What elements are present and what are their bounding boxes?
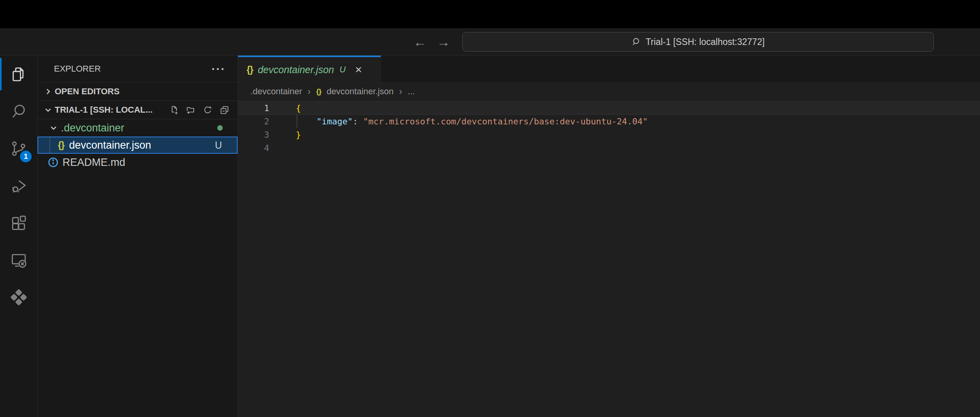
more-actions-icon[interactable] xyxy=(211,66,224,72)
breadcrumb-folder[interactable]: .devcontainer xyxy=(250,86,302,97)
search-view-icon[interactable] xyxy=(0,93,37,130)
source-control-badge: 1 xyxy=(20,151,32,162)
open-editors-label: OPEN EDITORS xyxy=(55,86,120,97)
chevron-right-icon: › xyxy=(308,86,311,97)
tree-item-devcontainer-json[interactable]: {} devcontainer.json U xyxy=(38,137,238,154)
open-editors-section[interactable]: OPEN EDITORS xyxy=(38,82,238,101)
code-token: { xyxy=(296,103,301,113)
code-line-1: 1 { xyxy=(238,101,980,115)
breadcrumb: .devcontainer › {} devcontainer.json › .… xyxy=(238,83,980,101)
code-editor[interactable]: 1 { 2 "image": "mcr.microsoft.com/devcon… xyxy=(238,101,980,417)
command-center-search[interactable]: Trial-1 [SSH: localhost:32772] xyxy=(462,32,934,52)
close-icon[interactable]: × xyxy=(355,64,362,75)
breadcrumb-file[interactable]: devcontainer.json xyxy=(327,86,393,97)
tab-modified-badge: U xyxy=(340,65,346,75)
code-token: } xyxy=(296,130,301,140)
file-name: devcontainer.json xyxy=(69,139,151,151)
explorer-icon[interactable] xyxy=(0,56,37,93)
remote-targets-icon[interactable] xyxy=(0,279,37,316)
run-debug-icon[interactable] xyxy=(0,167,37,204)
activity-bar: 1 xyxy=(0,56,38,417)
line-number: 2 xyxy=(238,117,269,126)
code-line-2: 2 "image": "mcr.microsoft.com/devcontain… xyxy=(238,115,980,128)
window-title: Trial-1 [SSH: localhost:32772] xyxy=(646,37,765,47)
modified-dot-badge xyxy=(217,125,223,131)
chevron-right-icon: › xyxy=(399,86,402,97)
code-indent xyxy=(296,117,317,126)
code-line-3: 3 } xyxy=(238,128,980,141)
line-number: 3 xyxy=(238,130,269,140)
tree-item-readme[interactable]: README.md xyxy=(38,154,238,171)
extensions-icon[interactable] xyxy=(0,204,37,241)
json-file-icon: {} xyxy=(316,87,321,96)
tab-label: devcontainer.json xyxy=(258,64,334,75)
tab-devcontainer-json[interactable]: {} devcontainer.json U × xyxy=(238,56,381,82)
collapse-folders-icon[interactable] xyxy=(219,105,230,115)
refresh-icon[interactable] xyxy=(202,105,213,115)
indent-guide xyxy=(50,137,50,153)
workspace-label: TRIAL-1 [SSH: LOCAL... xyxy=(55,105,153,115)
folder-name: .devcontainer xyxy=(61,122,124,134)
new-file-icon[interactable] xyxy=(169,105,179,115)
nav-forward-icon[interactable]: → xyxy=(437,35,450,49)
info-icon xyxy=(48,157,59,168)
git-untracked-badge: U xyxy=(215,140,222,151)
tab-bar: {} devcontainer.json U × xyxy=(238,56,980,83)
json-file-icon: {} xyxy=(247,64,253,75)
workspace-section[interactable]: TRIAL-1 [SSH: LOCAL... xyxy=(38,101,238,119)
file-name: README.md xyxy=(63,156,125,169)
macos-menubar-area xyxy=(0,0,980,28)
search-icon xyxy=(631,37,642,47)
sidebar-title: EXPLORER xyxy=(54,64,101,74)
line-number: 4 xyxy=(238,143,269,153)
line-number: 1 xyxy=(238,103,269,113)
tree-item-devcontainer-folder[interactable]: .devcontainer xyxy=(38,119,238,137)
file-tree: .devcontainer {} devcontainer.json U REA… xyxy=(38,119,238,171)
explorer-sidebar: EXPLORER OPEN EDITORS TRIAL-1 [SSH: LOCA… xyxy=(38,56,238,417)
json-file-icon: {} xyxy=(58,140,64,151)
nav-back-icon[interactable]: ← xyxy=(413,35,427,49)
code-token-punct: : xyxy=(353,117,363,126)
remote-explorer-icon[interactable] xyxy=(0,241,37,279)
code-token-key: "image" xyxy=(317,117,353,126)
code-token-string: "mcr.microsoft.com/devcontainers/base:de… xyxy=(363,117,647,126)
source-control-icon[interactable]: 1 xyxy=(0,130,37,167)
code-line-4: 4 xyxy=(238,141,980,155)
editor-group: {} devcontainer.json U × .devcontainer ›… xyxy=(238,56,980,417)
new-folder-icon[interactable] xyxy=(186,105,196,115)
titlebar: ← → Trial-1 [SSH: localhost:32772] xyxy=(0,28,980,56)
breadcrumb-tail[interactable]: ... xyxy=(408,86,415,97)
